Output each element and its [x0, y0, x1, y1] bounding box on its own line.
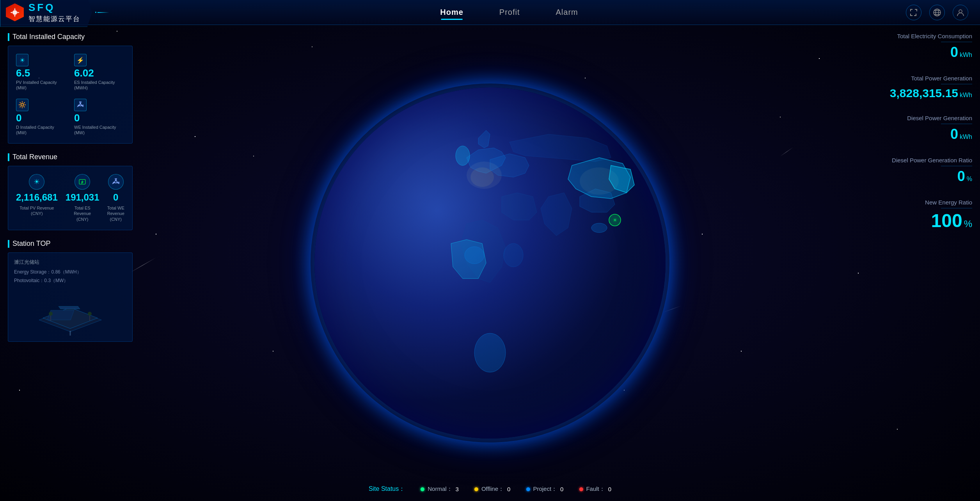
- rev-pv-label: Total PV Revenue(CNY): [20, 205, 54, 217]
- metric-new-energy-unit: %: [964, 219, 972, 229]
- status-fault-count: 0: [608, 486, 611, 492]
- metric-divider-4: [941, 166, 972, 166]
- status-offline: Offline： 0: [474, 485, 510, 493]
- metric-new-energy-label: New Energy Ratio: [847, 199, 972, 206]
- user-button[interactable]: [953, 5, 968, 20]
- metric-new-energy: New Energy Ratio 100 %: [847, 199, 972, 230]
- globe: ☀: [314, 87, 666, 439]
- capacity-card: ☀ 6.5 PV Installed Capacity(MW) ⚡ 6.02 E…: [8, 46, 133, 144]
- logo-area: SFQ 智慧能源云平台: [0, 0, 92, 27]
- metric-diesel: Diesel Power Generation 0 kWh: [847, 115, 972, 141]
- metric-power-unit: kWh: [960, 92, 972, 99]
- globe-button[interactable]: [929, 5, 945, 20]
- nav-alarm[interactable]: Alarm: [550, 5, 584, 20]
- revenue-section-title: Total Revenue: [8, 153, 133, 161]
- status-bar-label: Site Status：: [369, 485, 405, 493]
- capacity-we: 0 WE Installed Capacity(MW): [74, 99, 124, 136]
- svg-point-7: [456, 146, 470, 165]
- nav-profit[interactable]: Profit: [493, 5, 526, 20]
- es-icon: ⚡: [74, 54, 87, 66]
- status-normal-label: Normal：: [428, 485, 452, 493]
- svg-point-23: [49, 312, 53, 316]
- status-fault-label: Fault：: [586, 485, 605, 493]
- pv-value: 6.5: [16, 68, 66, 78]
- metric-divider-3: [941, 124, 972, 124]
- d-value: 0: [16, 113, 66, 123]
- es-value: 6.02: [74, 68, 124, 78]
- station-thumbnail: [31, 289, 109, 336]
- svg-point-6: [959, 10, 962, 13]
- rev-pv-icon: ☀: [29, 174, 44, 190]
- header-deco-left: [95, 12, 109, 13]
- metric-elec-value: 0: [950, 45, 958, 59]
- metric-divider-2: [941, 84, 972, 84]
- metric-power-value-row: 3,828,315.15 kWh: [847, 87, 972, 99]
- fullscreen-button[interactable]: [906, 5, 921, 20]
- metric-new-energy-row: 100 %: [847, 211, 972, 230]
- svg-point-14: [465, 247, 484, 264]
- station-name: 濉江光储站: [14, 259, 126, 266]
- rev-es-label: Total ES Revenue(CNY): [66, 205, 99, 222]
- station-card: 濉江光储站 Energy Storage：0.86（MWH） Photovolt…: [8, 252, 133, 342]
- d-label: D Installed Capacity(MW): [16, 124, 66, 136]
- metric-diesel-unit: kWh: [960, 133, 972, 140]
- status-offline-label: Offline：: [481, 485, 504, 493]
- metric-diesel-ratio: Diesel Power Generation Ratio 0 %: [847, 157, 972, 183]
- globe-container: ☀: [314, 87, 666, 439]
- status-project-count: 0: [560, 486, 563, 492]
- left-panel: Total Installed Capacity ☀ 6.5 PV Instal…: [8, 33, 133, 342]
- rev-es-icon: [75, 174, 90, 190]
- revenue-es: 191,031 Total ES Revenue(CNY): [66, 174, 99, 222]
- metric-divider-5: [941, 208, 972, 208]
- capacity-grid: ☀ 6.5 PV Installed Capacity(MW) ⚡ 6.02 E…: [16, 54, 124, 135]
- metric-divider: [941, 42, 972, 42]
- capacity-pv: ☀ 6.5 PV Installed Capacity(MW): [16, 54, 66, 91]
- svg-point-12: [504, 243, 523, 267]
- capacity-section-title: Total Installed Capacity: [8, 33, 133, 41]
- revenue-we: 0 Total WE Revenue(CNY): [107, 174, 124, 222]
- status-project-label: Project：: [533, 485, 557, 493]
- metric-elec-unit: kWh: [960, 52, 972, 59]
- header: SFQ 智慧能源云平台 Home Profit Alarm: [0, 0, 980, 25]
- logo-subtitle: 智慧能源云平台: [28, 14, 80, 23]
- svg-point-13: [591, 223, 607, 233]
- status-project: Project： 0: [526, 485, 563, 493]
- we-icon: [74, 99, 87, 111]
- metric-total-power: Total Power Generation 3,828,315.15 kWh: [847, 75, 972, 99]
- metric-diesel-ratio-value: 0: [957, 169, 965, 183]
- svg-point-25: [88, 312, 92, 316]
- status-dot-fault: [579, 487, 583, 491]
- svg-point-9: [467, 162, 502, 189]
- status-dot-offline: [474, 487, 478, 491]
- metric-diesel-value-row: 0 kWh: [847, 127, 972, 141]
- station-section-title: Station TOP: [8, 240, 133, 248]
- pv-icon: ☀: [16, 54, 28, 66]
- revenue-grid: ☀ 2,116,681 Total PV Revenue(CNY) 191,03…: [16, 174, 124, 222]
- status-bar: Site Status： Normal： 3 Offline： 0 Projec…: [369, 485, 611, 493]
- capacity-we-header: [74, 99, 124, 111]
- capacity-pv-header: ☀: [16, 54, 66, 66]
- station-energy-info: Energy Storage：0.86（MWH） Photovoltaic：0.…: [14, 268, 126, 285]
- rev-we-icon: [108, 174, 124, 190]
- logo-icon: [6, 4, 24, 21]
- svg-text:☀: ☀: [612, 217, 618, 223]
- right-panel: Total Electricity Consumption 0 kWh Tota…: [847, 33, 972, 246]
- metric-diesel-ratio-label: Diesel Power Generation Ratio: [847, 157, 972, 163]
- svg-point-0: [12, 10, 17, 15]
- revenue-pv: ☀ 2,116,681 Total PV Revenue(CNY): [16, 174, 58, 222]
- nav-home[interactable]: Home: [434, 5, 470, 20]
- logo-text: SFQ 智慧能源云平台: [28, 2, 80, 23]
- status-dot-project: [526, 487, 530, 491]
- revenue-card: ☀ 2,116,681 Total PV Revenue(CNY) 191,03…: [8, 166, 133, 230]
- capacity-es: ⚡ 6.02 ES Installed Capacity(MWH): [74, 54, 124, 91]
- main-content: ☀ Total Installed Capacity ☀ 6.5 PV Inst…: [0, 25, 980, 501]
- capacity-d: 🔆 0 D Installed Capacity(MW): [16, 99, 66, 136]
- metric-power-value: 3,828,315.15: [890, 87, 958, 99]
- title-bar-2: [8, 153, 9, 161]
- status-offline-count: 0: [507, 486, 510, 492]
- metric-total-elec: Total Electricity Consumption 0 kWh: [847, 33, 972, 59]
- logo-sfq: SFQ: [28, 2, 55, 13]
- metric-elec-label: Total Electricity Consumption: [847, 33, 972, 39]
- pv-label: PV Installed Capacity(MW): [16, 80, 66, 91]
- status-fault: Fault： 0: [579, 485, 611, 493]
